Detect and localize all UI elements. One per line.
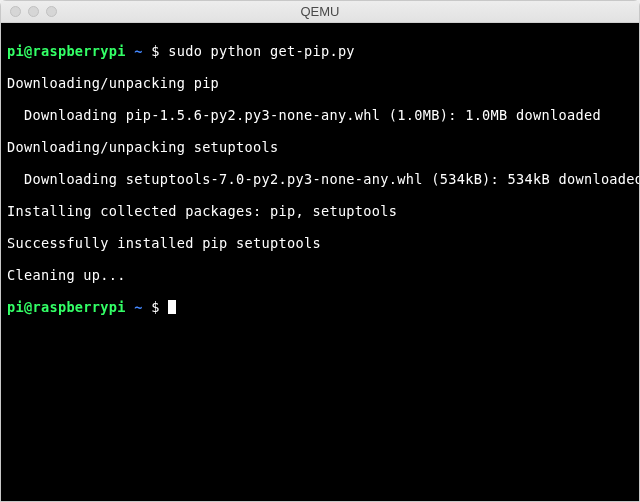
close-icon[interactable] (10, 6, 21, 17)
window-title: QEMU (1, 4, 639, 19)
prompt-path: ~ (134, 299, 142, 315)
output-line: Successfully installed pip setuptools (7, 235, 633, 251)
prompt-line: pi@raspberrypi ~ $ sudo python get-pip.p… (7, 43, 633, 59)
prompt-user: pi@raspberrypi (7, 43, 126, 59)
output-line: Downloading pip-1.5.6-py2.py3-none-any.w… (7, 107, 633, 123)
minimize-icon[interactable] (28, 6, 39, 17)
prompt-user: pi@raspberrypi (7, 299, 126, 315)
output-line: Downloading/unpacking setuptools (7, 139, 633, 155)
output-line: Installing collected packages: pip, setu… (7, 203, 633, 219)
traffic-lights (10, 6, 57, 17)
command: sudo python get-pip.py (168, 43, 355, 59)
qemu-window: QEMU pi@raspberrypi ~ $ sudo python get-… (0, 0, 640, 502)
prompt-symbol: $ (151, 299, 159, 315)
prompt-line: pi@raspberrypi ~ $ (7, 299, 633, 315)
terminal[interactable]: pi@raspberrypi ~ $ sudo python get-pip.p… (1, 23, 639, 501)
cursor-icon (168, 300, 176, 314)
prompt-symbol: $ (151, 43, 159, 59)
prompt-path: ~ (134, 43, 142, 59)
output-line: Cleaning up... (7, 267, 633, 283)
zoom-icon[interactable] (46, 6, 57, 17)
titlebar[interactable]: QEMU (1, 1, 639, 23)
output-line: Downloading setuptools-7.0-py2.py3-none-… (7, 171, 633, 187)
output-line: Downloading/unpacking pip (7, 75, 633, 91)
